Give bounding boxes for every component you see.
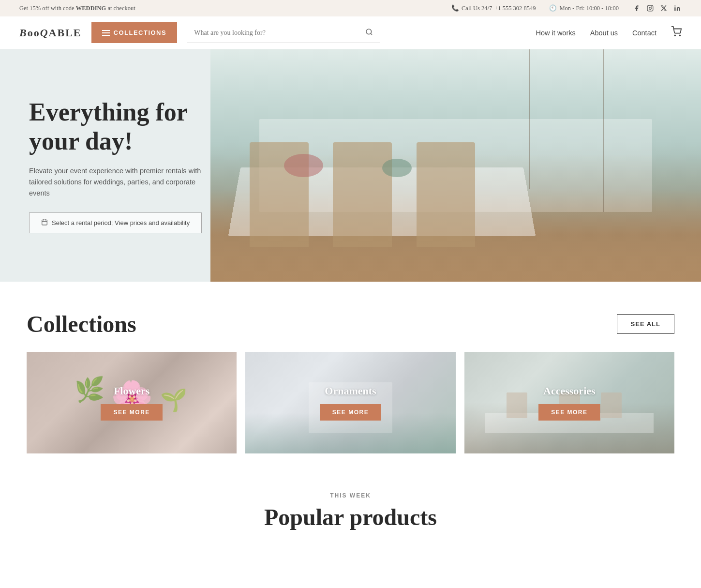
collection-card-flowers[interactable]: 🌸 🌿 🌱 Flowers SEE MORE [27, 352, 237, 453]
hero-title-line2: your day! [29, 127, 133, 155]
phone-label: Call Us 24/7 [462, 5, 492, 12]
facebook-icon[interactable] [632, 4, 641, 13]
flowers-name: Flowers [114, 385, 150, 397]
this-week-label: THIS WEEK [27, 492, 674, 499]
x-twitter-icon[interactable] [659, 4, 668, 13]
svg-point-2 [652, 7, 652, 7]
main-nav: How it works About us Contact [536, 26, 682, 39]
svg-point-3 [674, 5, 675, 6]
hours-info: 🕙 Mon - Fri: 10:00 - 18:00 [549, 4, 619, 12]
collections-header: Collections SEE ALL [27, 311, 674, 337]
linkedin-icon[interactable] [673, 4, 682, 13]
ornaments-name: Ornaments [325, 385, 376, 397]
svg-rect-8 [42, 220, 47, 225]
svg-point-7 [679, 35, 680, 36]
nav-about-us[interactable]: About us [590, 29, 618, 37]
collections-btn-label: COLLECTIONS [114, 29, 167, 36]
hero-cta-button[interactable]: Select a rental period; View prices and … [29, 212, 202, 233]
hero-section: Everything for your day! Elevate your ev… [0, 49, 701, 282]
ornaments-overlay: Ornaments SEE MORE [245, 352, 455, 453]
nav-contact[interactable]: Contact [632, 29, 656, 37]
promo-suffix: at checkout [106, 5, 135, 12]
collections-section: Collections SEE ALL 🌸 🌿 🌱 Flowers SEE MO… [0, 282, 701, 473]
svg-point-1 [649, 7, 652, 10]
phone-info: 📞 Call Us 24/7 +1 555 302 8549 [451, 4, 536, 12]
calendar-icon [41, 219, 48, 227]
promo-code: WEDDING [76, 5, 106, 12]
nav-how-it-works[interactable]: How it works [536, 29, 576, 37]
hamburger-icon [102, 30, 110, 36]
promo-prefix: Get 15% off with code [19, 5, 76, 12]
clock-icon: 🕙 [549, 4, 557, 12]
collections-grid: 🌸 🌿 🌱 Flowers SEE MORE Ornaments SEE MOR… [27, 352, 674, 453]
promo-text: Get 15% off with code WEDDING at checkou… [19, 5, 135, 12]
social-links [632, 4, 682, 13]
accessories-name: Accessories [543, 385, 596, 397]
collection-card-ornaments[interactable]: Ornaments SEE MORE [245, 352, 455, 453]
svg-line-5 [371, 33, 372, 35]
ornaments-see-more-button[interactable]: SEE MORE [320, 404, 381, 421]
header: BooQABLE COLLECTIONS How it works About … [0, 16, 701, 49]
search-bar [187, 23, 380, 43]
collections-title: Collections [27, 311, 136, 337]
search-icon [365, 28, 373, 36]
logo[interactable]: BooQABLE [19, 27, 82, 39]
svg-point-4 [366, 29, 372, 34]
hero-title-line1: Everything for [29, 98, 188, 126]
flowers-see-more-button[interactable]: SEE MORE [101, 404, 162, 421]
svg-rect-0 [647, 5, 653, 11]
this-week-section: THIS WEEK Popular products [0, 473, 701, 540]
hero-title: Everything for your day! [29, 98, 203, 156]
see-all-button[interactable]: SEE ALL [617, 314, 674, 334]
flowers-overlay: Flowers SEE MORE [27, 352, 237, 453]
top-bar-right: 📞 Call Us 24/7 +1 555 302 8549 🕙 Mon - F… [451, 4, 682, 13]
hero-background-image [210, 49, 701, 282]
hero-subtitle: Elevate your event experience with premi… [29, 166, 203, 199]
collection-card-accessories[interactable]: Accessories SEE MORE [464, 352, 674, 453]
phone-number-link[interactable]: +1 555 302 8549 [494, 5, 536, 12]
search-input[interactable] [194, 29, 361, 37]
hero-cta-label: Select a rental period; View prices and … [52, 219, 190, 226]
svg-point-6 [674, 35, 675, 36]
accessories-see-more-button[interactable]: SEE MORE [538, 404, 600, 421]
instagram-icon[interactable] [646, 4, 655, 13]
cart-icon[interactable] [671, 26, 682, 39]
hero-content: Everything for your day! Elevate your ev… [0, 59, 232, 272]
this-week-title: Popular products [27, 504, 674, 530]
hours-text: Mon - Fri: 10:00 - 18:00 [559, 5, 619, 12]
accessories-overlay: Accessories SEE MORE [464, 352, 674, 453]
search-button[interactable] [365, 28, 373, 38]
top-bar: Get 15% off with code WEDDING at checkou… [0, 0, 701, 16]
phone-icon: 📞 [451, 4, 459, 12]
collections-button[interactable]: COLLECTIONS [91, 22, 178, 43]
